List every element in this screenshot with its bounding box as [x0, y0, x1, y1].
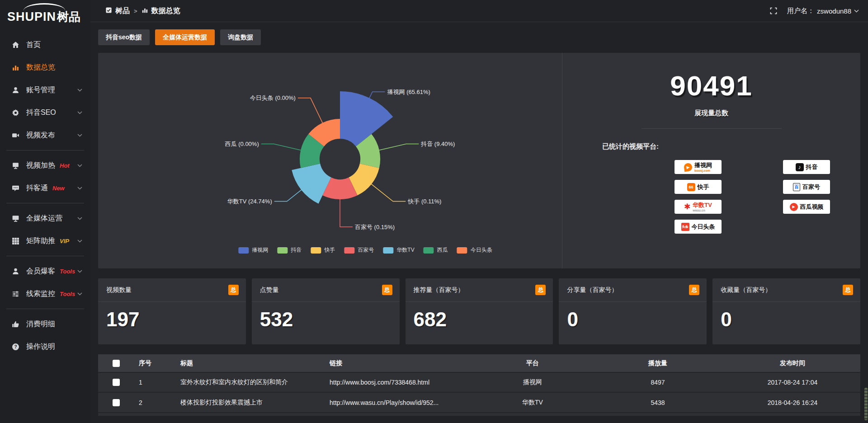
sidebar-item-label: 数据总览 — [26, 63, 55, 72]
platform-badge-抖音: ♪抖音 — [783, 160, 830, 174]
tab-全媒体运营数据[interactable]: 全媒体运营数据 — [155, 29, 215, 45]
stat-card-header: 收藏量（百家号）总 — [712, 278, 860, 302]
page-scrollbar[interactable] — [864, 0, 868, 423]
pie-label-line — [369, 92, 385, 98]
legend-item-抖音[interactable]: 抖音 — [277, 246, 302, 254]
chevron-down-icon — [77, 134, 82, 137]
sidebar-item-消费明细[interactable]: 消费明细 — [0, 313, 90, 335]
legend-item-快手[interactable]: 快手 — [311, 246, 335, 254]
legend-item-华数TV[interactable]: 华数TV — [383, 246, 414, 254]
sidebar-item-label: 首页 — [26, 40, 41, 50]
total-badge[interactable]: 总 — [535, 285, 546, 295]
row-checkbox[interactable] — [113, 379, 120, 386]
platform-badge-name: 百家号 — [802, 184, 820, 190]
brand-logo[interactable]: SHUPIN树品 — [0, 0, 90, 28]
sidebar-item-数据总览[interactable]: 数据总览 — [0, 56, 90, 79]
platform-badge-今日头条: 头条今日头条 — [675, 220, 722, 234]
row-checkbox[interactable] — [113, 399, 120, 406]
sidebar-item-首页[interactable]: 首页 — [0, 33, 90, 56]
pie-label-line — [261, 144, 301, 150]
sidebar-item-账号管理[interactable]: 账号管理 — [0, 79, 90, 101]
platform-badge-name: 快手 — [698, 184, 709, 190]
row-checkbox-cell — [98, 372, 134, 392]
sidebar-item-抖客通[interactable]: 抖客通New — [0, 177, 90, 199]
col-header-checkbox — [98, 354, 134, 372]
stat-card-header: 推荐量（百家号）总 — [406, 278, 553, 302]
expense-icon — [12, 320, 19, 328]
sidebar-item-全媒体运营[interactable]: 全媒体运营 — [0, 207, 90, 230]
sidebar-item-操作说明[interactable]: ?操作说明 — [0, 335, 90, 358]
legend-item-今日头条[interactable]: 今日头条 — [457, 246, 492, 254]
row-platform: 播视网 — [474, 372, 591, 392]
sidebar-item-label: 消费明细 — [26, 320, 55, 329]
overview-icon — [142, 7, 148, 15]
platform-badges: ▶播视网boosj.com66快手✱华数TVwasu.cn头条今日头条♪抖音百百… — [675, 160, 860, 234]
sidebar-item-视频发布[interactable]: 视频发布 — [0, 124, 90, 146]
total-badge[interactable]: 总 — [689, 285, 699, 295]
home-icon — [12, 41, 19, 49]
sidebar-item-label: 抖音SEO — [26, 108, 56, 118]
sidebar-item-badge: Hot — [60, 162, 70, 169]
total-badge[interactable]: 总 — [228, 285, 239, 295]
rose-pie-svg: 播视网 (65.61%)抖音 (9.40%)快手 (0.11%)百家号 (0.1… — [98, 53, 562, 268]
platform-badge-name: 今日头条 — [692, 224, 715, 230]
menu-divider — [6, 150, 84, 150]
platform-badge-name: 华数TV — [693, 202, 712, 208]
chevron-down-icon — [77, 217, 82, 220]
sidebar-item-badge: Tools — [60, 268, 75, 275]
platform-badge-华数TV: ✱华数TVwasu.cn — [675, 200, 722, 214]
user-icon — [12, 86, 19, 94]
row-title-link[interactable]: 室外水纹灯和室内水纹灯的区别和简介 — [176, 372, 325, 392]
select-all-checkbox[interactable] — [113, 360, 120, 367]
sidebar-item-矩阵助推[interactable]: 矩阵助推VIP — [0, 230, 90, 252]
video-upload-icon — [12, 132, 19, 139]
stat-card-title: 点赞量 — [260, 286, 279, 294]
platform-badge-name: 西瓜视频 — [800, 204, 824, 210]
fullscreen-icon[interactable] — [770, 7, 777, 14]
breadcrumb-item[interactable]: 树品 — [105, 6, 130, 16]
sidebar-item-会员爆客[interactable]: 会员爆客Tools — [0, 260, 90, 282]
total-badge[interactable]: 总 — [843, 285, 853, 295]
summary-zone: 90491 展现量总数 已统计的视频平台: ▶播视网boosj.com66快手✱… — [562, 53, 860, 268]
sidebar-menu: 首页数据总览账号管理抖音SEO视频发布视频加热Hot抖客通New全媒体运营矩阵助… — [0, 28, 90, 358]
pie-label-百家号: 百家号 (0.15%) — [355, 224, 395, 230]
platform-badge-texts: 播视网boosj.com — [694, 162, 712, 172]
monitor-play-icon — [12, 162, 19, 169]
legend-item-播视网[interactable]: 播视网 — [238, 246, 268, 254]
sidebar-item-视频加热[interactable]: 视频加热Hot — [0, 154, 90, 177]
legend-item-百家号[interactable]: 百家号 — [344, 246, 374, 254]
sidebar-item-抖音SEO[interactable]: 抖音SEO — [0, 101, 90, 124]
stat-card-header: 视频数量总 — [98, 278, 246, 302]
platform-badge-西瓜视频: ▶西瓜视频 — [783, 200, 830, 214]
chevron-down-icon — [77, 292, 82, 296]
platform-share-chart: 播视网 (65.61%)抖音 (9.40%)快手 (0.11%)百家号 (0.1… — [98, 53, 562, 268]
platform-badge-快手: 66快手 — [675, 180, 722, 194]
platform-badges-left: ▶播视网boosj.com66快手✱华数TVwasu.cn头条今日头条 — [675, 160, 722, 234]
legend-item-西瓜[interactable]: 西瓜 — [424, 246, 448, 254]
breadcrumb-item[interactable]: 数据总览 — [142, 6, 180, 16]
col-header-平台: 平台 — [474, 354, 591, 372]
question-icon: ? — [12, 343, 19, 351]
stat-card-header: 分享量（百家号）总 — [559, 278, 707, 302]
chevron-down-icon — [77, 164, 82, 167]
total-badge[interactable]: 总 — [382, 285, 392, 295]
row-url-link[interactable]: http://www.boosj.com/7338468.html — [325, 372, 474, 392]
breadcrumb-label: 树品 — [115, 6, 130, 16]
stat-card-title: 视频数量 — [106, 286, 132, 294]
platform-badge-texts: 百家号 — [802, 184, 820, 190]
tab-抖音seo数据[interactable]: 抖音seo数据 — [98, 29, 150, 45]
user-menu[interactable]: 用户名：zswodun88 — [787, 7, 859, 15]
scrollbar-thumb[interactable] — [864, 388, 868, 420]
kuaishou-icon: 66 — [687, 183, 695, 191]
row-url-link[interactable]: http://www.wasu.cn/Play/show/id/952... — [325, 392, 474, 412]
platform-badge-sub: boosj.com — [694, 169, 710, 172]
row-title-link[interactable]: 楼体投影灯投影效果震撼上市 — [176, 392, 325, 412]
stat-card-value: 532 — [252, 302, 400, 331]
stat-card-分享量（百家号）: 分享量（百家号）总0 — [559, 278, 707, 344]
sidebar-item-线索监控[interactable]: 线索监控Tools — [0, 282, 90, 305]
sidebar: SHUPIN树品 首页数据总览账号管理抖音SEO视频发布视频加热Hot抖客通Ne… — [0, 0, 90, 423]
legend-swatch — [457, 247, 467, 254]
stat-card-收藏量（百家号）: 收藏量（百家号）总0 — [712, 278, 860, 344]
pie-slice-华数TV[interactable] — [292, 164, 331, 204]
tab-询盘数据[interactable]: 询盘数据 — [220, 29, 261, 45]
